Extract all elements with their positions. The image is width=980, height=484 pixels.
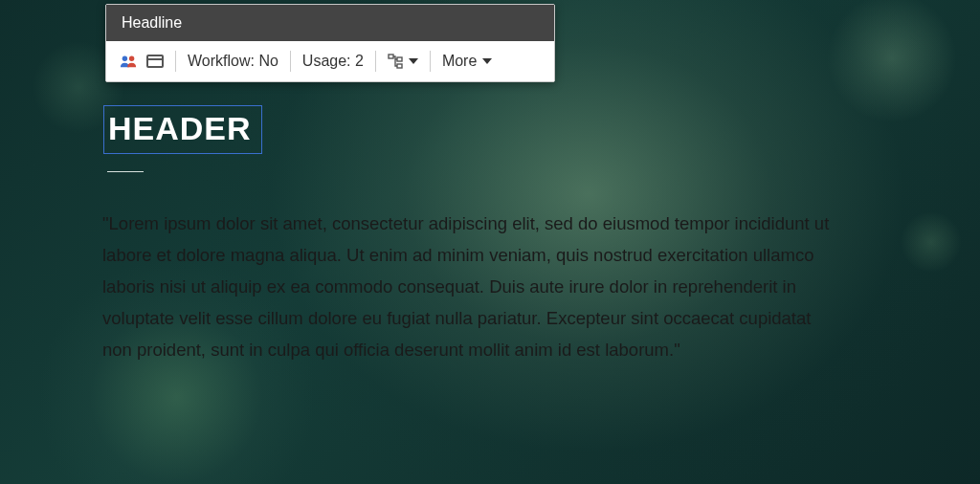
usage-count[interactable]: Usage: 2	[302, 53, 364, 70]
page-title: HEADER	[108, 110, 252, 147]
header-underline	[107, 171, 144, 172]
svg-rect-4	[397, 64, 402, 68]
header-selection-outline[interactable]: HEADER	[103, 105, 262, 154]
separator	[175, 51, 176, 72]
svg-rect-3	[397, 57, 402, 61]
tree-icon	[388, 54, 403, 69]
separator	[290, 51, 291, 72]
window-icon[interactable]	[146, 55, 164, 68]
caret-down-icon	[482, 58, 492, 64]
hierarchy-dropdown[interactable]	[388, 54, 418, 69]
more-label: More	[442, 53, 477, 70]
svg-point-0	[122, 56, 127, 61]
svg-rect-2	[389, 55, 393, 58]
workflow-status[interactable]: Workflow: No	[188, 53, 278, 70]
cms-floating-panel: Headline Workflow: No Usage: 2	[105, 4, 555, 82]
more-dropdown[interactable]: More	[442, 53, 492, 70]
cms-panel-title: Headline	[106, 5, 554, 41]
caret-down-icon	[409, 58, 418, 64]
people-icon[interactable]	[120, 54, 137, 69]
svg-point-1	[129, 56, 134, 61]
separator	[430, 51, 431, 72]
separator	[375, 51, 376, 72]
header-section: HEADER	[103, 105, 262, 172]
cms-toolbar: Workflow: No Usage: 2 More	[106, 41, 554, 81]
body-paragraph: "Lorem ipsum dolor sit amet, consectetur…	[102, 209, 830, 366]
